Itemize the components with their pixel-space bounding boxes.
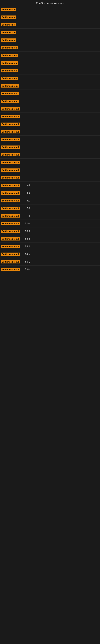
table-row: Bottleneck re (0, 28, 100, 36)
bottleneck-label: Bottleneck result (1, 130, 20, 134)
table-row: Bottleneck result53.3 (0, 235, 100, 243)
table-row: Bottleneck re (0, 21, 100, 28)
bottleneck-value: 55.1 (22, 260, 30, 263)
bottleneck-label: Bottleneck result (1, 252, 20, 256)
table-row: Bottleneck result50 (0, 189, 100, 197)
bottleneck-value: 53% (22, 268, 30, 271)
table-row: Bottleneck re (0, 13, 100, 21)
table-row: Bottleneck result54.2 (0, 243, 100, 250)
table-row: Bottleneck res (0, 59, 100, 67)
table-row: Bottleneck resu (0, 90, 100, 98)
bottleneck-label: Bottleneck res (1, 69, 18, 72)
table-row: Bottleneck res (0, 74, 100, 82)
site-title: TheBottlenecker.com (0, 0, 100, 6)
bottleneck-label: Bottleneck re (1, 31, 16, 34)
table-row: Bottleneck result (0, 158, 100, 166)
rows-container: Bottleneck reBottleneck reBottleneck reB… (0, 6, 100, 273)
bottleneck-label: Bottleneck re (1, 16, 16, 19)
table-row: Bottleneck result52. (0, 197, 100, 204)
table-row: Bottleneck resu (0, 98, 100, 105)
bottleneck-label: Bottleneck result (1, 245, 20, 248)
table-row: Bottleneck result (0, 166, 100, 174)
table-row: Bottleneck result (0, 174, 100, 182)
bottleneck-label: Bottleneck re (1, 8, 16, 11)
header: TheBottlenecker.com (0, 0, 100, 6)
table-row: Bottleneck result50 (0, 204, 100, 212)
bottleneck-value: 48 (22, 184, 30, 187)
bottleneck-label: Bottleneck result (1, 268, 20, 271)
bottleneck-label: Bottleneck result (1, 214, 20, 218)
table-row: Bottleneck result54.5 (0, 250, 100, 258)
table-row: Bottleneck re (0, 36, 100, 44)
table-row: Bottleneck result (0, 128, 100, 136)
bottleneck-label: Bottleneck result (1, 168, 20, 172)
bottleneck-value: 4 (22, 214, 30, 217)
bottleneck-label: Bottleneck result (1, 107, 20, 110)
table-row: Bottleneck result55.1 (0, 258, 100, 266)
table-row: Bottleneck result4 (0, 212, 100, 220)
table-row: Bottleneck result53.9 (0, 228, 100, 235)
table-row: Bottleneck result52% (0, 220, 100, 228)
bottleneck-label: Bottleneck result (1, 222, 20, 225)
bottleneck-label: Bottleneck result (1, 115, 20, 118)
bottleneck-value: 52% (22, 222, 30, 225)
bottleneck-value: 50 (22, 207, 30, 210)
bottleneck-value: 50 (22, 192, 30, 194)
bottleneck-label: Bottleneck result (1, 260, 20, 264)
table-row: Bottleneck result (0, 120, 100, 128)
table-row: Bottleneck res (0, 44, 100, 52)
table-row: Bottleneck result (0, 143, 100, 151)
bottleneck-label: Bottleneck resu (1, 92, 19, 95)
bottleneck-label: Bottleneck res (1, 77, 18, 80)
bottleneck-value: 53.3 (22, 238, 30, 240)
bottleneck-label: Bottleneck resu (1, 100, 19, 103)
bottleneck-label: Bottleneck resu (1, 84, 19, 88)
bottleneck-label: Bottleneck re (1, 23, 16, 26)
bottleneck-label: Bottleneck result (1, 176, 20, 179)
bottleneck-value: 54.5 (22, 253, 30, 256)
bottleneck-value: 53.9 (22, 230, 30, 233)
bottleneck-label: Bottleneck result (1, 122, 20, 126)
bottleneck-label: Bottleneck re (1, 38, 16, 42)
table-row: Bottleneck result48 (0, 182, 100, 189)
table-row: Bottleneck res (0, 52, 100, 59)
table-row: Bottleneck result53% (0, 266, 100, 273)
table-row: Bottleneck result (0, 151, 100, 158)
bottleneck-label: Bottleneck result (1, 153, 20, 156)
bottleneck-label: Bottleneck result (1, 138, 20, 141)
bottleneck-label: Bottleneck result (1, 199, 20, 202)
table-row: Bottleneck resu (0, 82, 100, 90)
bottleneck-value: 54.2 (22, 245, 30, 248)
table-row: Bottleneck result (0, 113, 100, 120)
bottleneck-label: Bottleneck result (1, 184, 20, 187)
table-row: Bottleneck result (0, 136, 100, 143)
table-row: Bottleneck res (0, 67, 100, 74)
bottleneck-label: Bottleneck result (1, 146, 20, 149)
bottleneck-label: Bottleneck result (1, 207, 20, 210)
bottleneck-label: Bottleneck res (1, 54, 18, 57)
bottleneck-label: Bottleneck res (1, 62, 18, 64)
bottleneck-label: Bottleneck result (1, 161, 20, 164)
bottleneck-label: Bottleneck result (1, 237, 20, 240)
table-row: Bottleneck re (0, 6, 100, 13)
bottleneck-label: Bottleneck res (1, 46, 18, 49)
bottleneck-label: Bottleneck result (1, 230, 20, 233)
bottleneck-label: Bottleneck result (1, 192, 20, 194)
bottleneck-value: 52. (22, 199, 30, 202)
table-row: Bottleneck result (0, 105, 100, 113)
